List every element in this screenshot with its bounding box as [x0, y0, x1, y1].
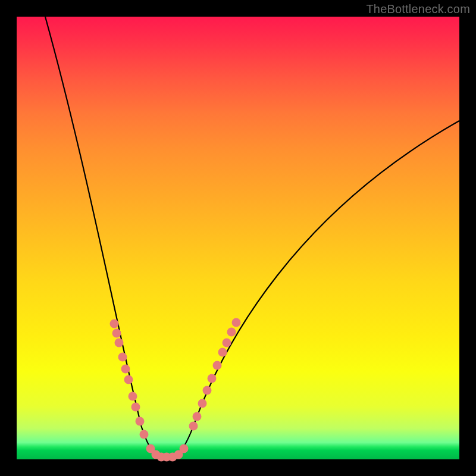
- data-point: [140, 430, 149, 439]
- data-point: [198, 399, 207, 408]
- data-point: [115, 339, 124, 347]
- data-point: [136, 417, 145, 426]
- data-point: [193, 412, 202, 421]
- data-point: [203, 386, 212, 395]
- data-point: [118, 353, 127, 362]
- data-point: [110, 320, 119, 328]
- watermark-text: TheBottleneck.com: [366, 2, 470, 16]
- data-point: [121, 365, 130, 374]
- data-point: [112, 329, 121, 338]
- data-point: [124, 375, 133, 384]
- data-point: [189, 422, 198, 431]
- chart-container: TheBottleneck.com: [0, 0, 476, 476]
- dots-bottom-group: [146, 444, 189, 462]
- chart-svg: [17, 17, 459, 459]
- data-point: [180, 444, 189, 453]
- data-point: [213, 361, 222, 370]
- data-point: [223, 339, 231, 347]
- plot-area: [17, 17, 459, 459]
- data-point: [131, 403, 140, 412]
- data-point: [208, 374, 217, 383]
- data-point: [232, 318, 241, 327]
- data-point: [129, 392, 137, 401]
- data-point: [218, 348, 227, 357]
- dots-left-group: [110, 320, 149, 439]
- bottleneck-curve: [45, 17, 459, 457]
- data-point: [227, 328, 236, 337]
